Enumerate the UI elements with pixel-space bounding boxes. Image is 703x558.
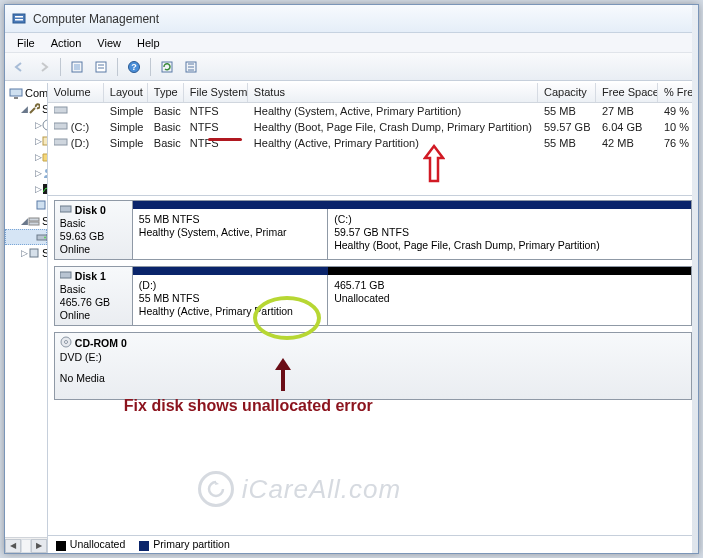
disk-1-info: Disk 1 Basic 465.76 GB Online xyxy=(55,267,133,325)
svg-rect-25 xyxy=(29,222,39,225)
svg-rect-24 xyxy=(29,218,39,221)
tree-device-manager[interactable]: Device Manager xyxy=(5,197,47,213)
computer-icon xyxy=(9,85,23,101)
disk-hdd-icon xyxy=(60,270,72,283)
help-button[interactable]: ? xyxy=(123,56,145,78)
menu-view[interactable]: View xyxy=(89,35,129,51)
refresh-button[interactable] xyxy=(156,56,178,78)
back-button[interactable] xyxy=(9,56,31,78)
app-icon xyxy=(11,11,27,27)
expand-icon[interactable]: ▷ xyxy=(21,248,28,258)
cell-capacity: 55 MB xyxy=(538,105,596,117)
expand-icon[interactable]: ▷ xyxy=(35,184,42,194)
tree-system-tools[interactable]: ◢ System Tools xyxy=(5,101,47,117)
tree-storage[interactable]: ◢ Storage xyxy=(5,213,47,229)
legend-swatch-primary xyxy=(139,541,149,551)
volume-row[interactable]: (C:) Simple Basic NTFS Healthy (Boot, Pa… xyxy=(48,119,698,135)
svg-rect-1 xyxy=(15,16,23,18)
annotation-circle xyxy=(253,296,321,340)
svg-text:?: ? xyxy=(131,62,137,72)
expand-icon[interactable]: ▷ xyxy=(35,152,42,162)
svg-point-27 xyxy=(44,237,46,239)
disk-size: 465.76 GB xyxy=(60,296,127,309)
part-status: Healthy (System, Active, Primar xyxy=(139,226,321,239)
legend-unallocated: Unallocated xyxy=(70,538,125,550)
scroll-left-button[interactable]: ◀ xyxy=(5,539,21,553)
tree-shared-folders[interactable]: ▷ Shared Folders xyxy=(5,149,47,165)
cell-fs: NTFS xyxy=(184,105,248,117)
scroll-right-button[interactable]: ▶ xyxy=(31,539,47,553)
menu-action[interactable]: Action xyxy=(43,35,90,51)
expand-icon[interactable]: ▷ xyxy=(35,120,42,130)
tree-task-scheduler[interactable]: ▷ Task Scheduler xyxy=(5,117,47,133)
col-status[interactable]: Status xyxy=(248,83,538,102)
svg-rect-16 xyxy=(14,97,18,99)
tree-local-users[interactable]: ▷ Local Users and Groups xyxy=(5,165,47,181)
part-title: (D:) xyxy=(139,279,321,292)
tree-performance[interactable]: ▷ Performance xyxy=(5,181,47,197)
svg-rect-29 xyxy=(54,107,67,113)
part-title: (C:) xyxy=(334,213,685,226)
collapse-icon[interactable]: ◢ xyxy=(21,216,28,226)
expand-icon[interactable]: ▷ xyxy=(35,136,42,146)
forward-button[interactable] xyxy=(33,56,55,78)
list-button[interactable] xyxy=(180,56,202,78)
tree-disk-management[interactable]: Disk Management xyxy=(5,229,47,245)
cell-status: Healthy (System, Active, Primary Partiti… xyxy=(248,105,538,117)
legend-swatch-unallocated xyxy=(56,541,66,551)
volume-row[interactable]: Simple Basic NTFS Healthy (System, Activ… xyxy=(48,103,698,119)
disk-state: Online xyxy=(60,243,127,256)
storage-icon xyxy=(28,213,40,229)
tree-pane[interactable]: Computer Management (Local ◢ System Tool… xyxy=(5,83,48,553)
svg-rect-31 xyxy=(54,139,67,145)
volume-row[interactable]: (D:) Simple Basic NTFS Healthy (Active, … xyxy=(48,135,698,151)
col-filesystem[interactable]: File System xyxy=(184,83,248,102)
tree-root[interactable]: Computer Management (Local xyxy=(5,85,47,101)
tree-hscrollbar[interactable]: ◀ ▶ xyxy=(5,537,47,553)
part-size: 55 MB NTFS xyxy=(139,213,321,226)
svg-point-35 xyxy=(64,341,67,344)
tree-services[interactable]: ▷ Services and Applications xyxy=(5,245,47,261)
scroll-track[interactable] xyxy=(21,539,31,553)
cell-layout: Simple xyxy=(104,121,148,133)
disk0-partition-0[interactable]: 55 MB NTFS Healthy (System, Active, Prim… xyxy=(133,209,328,259)
menu-file[interactable]: File xyxy=(9,35,43,51)
cell-free: 6.04 GB xyxy=(596,121,658,133)
titlebar[interactable]: Computer Management xyxy=(5,5,698,33)
collapse-icon[interactable]: ◢ xyxy=(21,104,28,114)
col-type[interactable]: Type xyxy=(148,83,184,102)
cell-layout: Simple xyxy=(104,137,148,149)
svg-rect-28 xyxy=(30,249,38,257)
disk-state: Online xyxy=(60,309,127,322)
volume-header[interactable]: Volume Layout Type File System Status Ca… xyxy=(48,83,698,103)
toolbar: ? xyxy=(5,53,698,81)
content-area: Computer Management (Local ◢ System Tool… xyxy=(5,83,698,553)
expand-icon[interactable]: ▷ xyxy=(35,168,42,178)
cell-volume: (D:) xyxy=(71,137,89,149)
toolbar-separator xyxy=(150,58,151,76)
device-icon xyxy=(35,197,47,213)
tree-event-viewer[interactable]: ▷ Event Viewer xyxy=(5,133,47,149)
disk-0-info: Disk 0 Basic 59.63 GB Online xyxy=(55,201,133,259)
drive-icon xyxy=(54,137,68,147)
col-layout[interactable]: Layout xyxy=(104,83,148,102)
col-volume[interactable]: Volume xyxy=(48,83,104,102)
cell-type: Basic xyxy=(148,121,184,133)
disk-0-block[interactable]: Disk 0 Basic 59.63 GB Online 55 MB NTFS … xyxy=(54,200,692,260)
col-capacity[interactable]: Capacity xyxy=(538,83,596,102)
col-freespace[interactable]: Free Space xyxy=(596,83,658,102)
properties-button[interactable] xyxy=(90,56,112,78)
up-button[interactable] xyxy=(66,56,88,78)
annotation-red-arrow xyxy=(423,143,445,187)
disk-1-block[interactable]: Disk 1 Basic 465.76 GB Online (D:) 55 MB… xyxy=(54,266,692,326)
cell-status: Healthy (Boot, Page File, Crash Dump, Pr… xyxy=(248,121,538,133)
svg-rect-5 xyxy=(96,62,106,72)
cdrom-block[interactable]: CD-ROM 0 DVD (E:) No Media xyxy=(54,332,692,400)
disk1-unallocated[interactable]: 465.71 GB Unallocated xyxy=(328,275,691,325)
volume-list[interactable]: Volume Layout Type File System Status Ca… xyxy=(48,83,698,196)
cell-type: Basic xyxy=(148,137,184,149)
disk-type: Basic xyxy=(60,283,127,296)
svg-rect-15 xyxy=(10,89,22,96)
menu-help[interactable]: Help xyxy=(129,35,168,51)
disk0-partition-1[interactable]: (C:) 59.57 GB NTFS Healthy (Boot, Page F… xyxy=(328,209,691,259)
